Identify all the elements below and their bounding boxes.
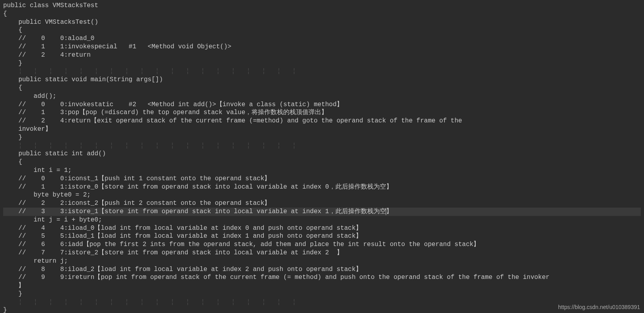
code-line: // 2 4:return【exit operand stack of the …: [3, 117, 641, 125]
code-line: int i = 1;: [3, 166, 641, 175]
code-line: {: [3, 158, 641, 166]
code-line: // 9 9:ireturn【pop int from operand stac…: [3, 273, 641, 282]
code-line: // 8 8:iload_2【load int from local varia…: [3, 265, 641, 274]
code-line: 】: [3, 282, 641, 290]
code-line: public static int add(): [3, 150, 641, 158]
whitespace-guide: ¦ ¦ ¦ ¦ ¦ ¦ ¦ ¦ ¦ ¦ ¦ ¦ ¦ ¦ ¦ ¦ ¦ ¦ ¦: [3, 298, 641, 307]
code-line-highlighted: // 3 3:istore_1【store int from operand s…: [3, 208, 641, 216]
code-line: public VMStacksTest(): [3, 18, 641, 27]
code-line: {: [3, 26, 641, 34]
code-line: // 6 6:iadd【pop the first 2 ints from th…: [3, 240, 641, 249]
code-line: }: [3, 306, 641, 313]
code-line: }: [3, 134, 641, 142]
code-line: // 1 3:pop【pop (=discard) the top operan…: [3, 109, 641, 117]
code-line: // 2 2:iconst_2【push int 2 constant onto…: [3, 199, 641, 208]
code-line: }: [3, 59, 641, 68]
code-line: // 0 0:aload_0: [3, 34, 641, 43]
code-line: byte byte0 = 2;: [3, 191, 641, 199]
code-line: public static void main(String args[]): [3, 76, 641, 84]
watermark-text: https://blog.csdn.net/u010389391: [558, 303, 640, 311]
code-line: return j;: [3, 257, 641, 265]
code-line: // 0 0:iconst_1【push int 1 constant onto…: [3, 175, 641, 183]
code-line: // 1 1:invokespecial #1 <Method void Obj…: [3, 43, 641, 51]
code-line: {: [3, 84, 641, 92]
code-line: // 4 4:iload_0【load int from local varia…: [3, 224, 641, 233]
code-line: }: [3, 290, 641, 298]
code-line: {: [3, 10, 641, 18]
code-line: // 0 0:invokestatic #2 <Method int add()…: [3, 101, 641, 109]
code-line: int j = i + byte0;: [3, 216, 641, 224]
code-editor[interactable]: public class VMStacksTest { public VMSta…: [3, 2, 641, 313]
code-line: // 2 4:return: [3, 51, 641, 59]
code-line: // 1 1:istore_0【store int from operand s…: [3, 183, 641, 191]
whitespace-guide: ¦ ¦ ¦ ¦ ¦ ¦ ¦ ¦ ¦ ¦ ¦ ¦ ¦ ¦ ¦ ¦ ¦ ¦ ¦: [3, 67, 641, 76]
code-line: // 5 5:iload_1【load int from local varia…: [3, 232, 641, 240]
code-line: invoker】: [3, 125, 641, 134]
whitespace-guide: ¦ ¦ ¦ ¦ ¦ ¦ ¦ ¦ ¦ ¦ ¦ ¦ ¦ ¦ ¦ ¦ ¦ ¦ ¦: [3, 142, 641, 150]
code-line: public class VMStacksTest: [3, 2, 641, 10]
code-line: add();: [3, 92, 641, 101]
code-line: // 7 7:istore_2【store int from operand s…: [3, 249, 641, 257]
